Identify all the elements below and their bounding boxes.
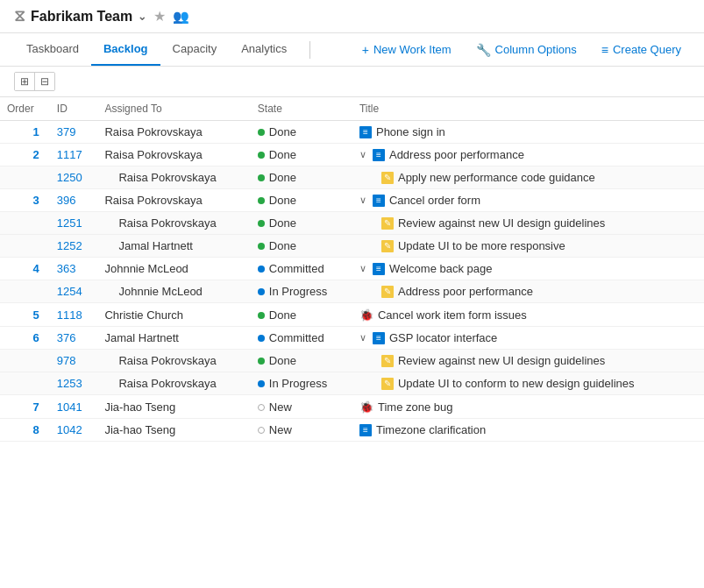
table-row[interactable]: 1251Raisa PokrovskayaDone✎Review against…: [0, 212, 704, 235]
title-link[interactable]: Update UI to be more responsive: [398, 239, 565, 252]
new-work-item-button[interactable]: + New Work Item: [353, 38, 460, 62]
table-row[interactable]: 71041Jia-hao TsengNew🐞Time zone bug: [0, 395, 704, 419]
cell-id[interactable]: 1254: [50, 280, 98, 303]
state-dot-icon: [258, 197, 265, 204]
title-link[interactable]: Review against new UI design guidelines: [398, 216, 605, 230]
title-link[interactable]: Cancel order form: [389, 194, 480, 207]
tab-backlog[interactable]: Backlog: [91, 33, 160, 66]
cell-id[interactable]: 1252: [50, 235, 98, 258]
id-link[interactable]: 1041: [57, 400, 82, 414]
table-row[interactable]: 3396Raisa PokrovskayaDone∨≡Cancel order …: [0, 189, 704, 212]
table-row[interactable]: 978Raisa PokrovskayaDone✎Review against …: [0, 350, 704, 372]
column-options-button[interactable]: 🔧 Column Options: [467, 38, 586, 62]
id-link[interactable]: 1118: [57, 308, 82, 322]
cell-id[interactable]: 363: [50, 258, 98, 280]
table-row[interactable]: 1253Raisa PokrovskayaIn Progress✎Update …: [0, 372, 704, 395]
col-header-title: Title: [352, 97, 704, 121]
expand-all-button[interactable]: ⊞: [15, 73, 34, 90]
expand-chevron-icon[interactable]: ∨: [359, 149, 366, 160]
cell-title: ∨≡GSP locator interface: [352, 327, 704, 350]
state-dot-icon: [258, 358, 265, 365]
expand-chevron-icon[interactable]: ∨: [359, 263, 366, 274]
create-query-button[interactable]: ≡ Create Query: [593, 38, 690, 62]
id-link[interactable]: 1042: [57, 423, 82, 436]
table-row[interactable]: 1250Raisa PokrovskayaDone✎Apply new perf…: [0, 166, 704, 189]
id-link[interactable]: 978: [57, 354, 76, 367]
bug-icon: 🐞: [359, 400, 373, 414]
cell-order: [0, 235, 50, 258]
title-link[interactable]: Cancel work item form issues: [378, 308, 527, 322]
id-link[interactable]: 376: [57, 331, 76, 344]
cell-id[interactable]: 1117: [50, 144, 98, 166]
task-icon: ✎: [381, 217, 394, 230]
cell-id[interactable]: 1118: [50, 303, 98, 327]
expand-chevron-icon[interactable]: ∨: [359, 332, 366, 344]
favorite-star-icon[interactable]: ★: [153, 8, 166, 25]
table-row[interactable]: 6376Jamal HartnettCommitted∨≡GSP locator…: [0, 327, 704, 350]
cell-id[interactable]: 1251: [50, 212, 98, 235]
id-link[interactable]: 1251: [57, 216, 82, 230]
cell-title: ✎Address poor performance: [352, 280, 704, 303]
title-link[interactable]: Address poor performance: [389, 148, 524, 161]
id-link[interactable]: 1252: [57, 239, 82, 252]
id-link[interactable]: 1117: [57, 148, 82, 161]
title-link[interactable]: Welcome back page: [389, 262, 493, 275]
table-row[interactable]: 21117Raisa PokrovskayaDone∨≡Address poor…: [0, 144, 704, 166]
tab-capacity[interactable]: Capacity: [160, 33, 230, 66]
table-row[interactable]: 1254Johnnie McLeodIn Progress✎Address po…: [0, 280, 704, 303]
top-header: ⧖ Fabrikam Team ⌄ ★ 👥: [0, 0, 704, 33]
table-row[interactable]: 1379Raisa PokrovskayaDone≡Phone sign in: [0, 121, 704, 144]
cell-assigned: Raisa Pokrovskaya: [97, 189, 250, 212]
title-link[interactable]: Review against new UI design guidelines: [398, 354, 605, 367]
id-link[interactable]: 379: [57, 125, 76, 138]
cell-assigned: Raisa Pokrovskaya: [97, 166, 250, 189]
col-header-id: ID: [50, 97, 98, 121]
table-row[interactable]: 81042Jia-hao TsengNew≡Timezone clarifica…: [0, 419, 704, 442]
expand-chevron-icon[interactable]: ∨: [359, 195, 366, 206]
team-chevron-icon[interactable]: ⌄: [138, 11, 146, 23]
cell-id[interactable]: 1253: [50, 372, 98, 395]
state-dot-icon: [258, 404, 265, 411]
id-link[interactable]: 396: [57, 194, 76, 207]
table-row[interactable]: 1252Jamal HartnettDone✎Update UI to be m…: [0, 235, 704, 258]
cell-assigned: Raisa Pokrovskaya: [97, 212, 250, 235]
cell-id[interactable]: 1042: [50, 419, 98, 442]
team-members-icon[interactable]: 👥: [173, 9, 189, 25]
cell-assigned: Jamal Hartnett: [97, 235, 250, 258]
cell-order: 3: [0, 189, 50, 212]
cell-id[interactable]: 396: [50, 189, 98, 212]
cell-state: Done: [251, 121, 352, 144]
state-dot-icon: [258, 288, 265, 295]
title-link[interactable]: Update UI to conform to new design guide…: [398, 377, 635, 390]
nav-divider: [309, 41, 310, 59]
cell-id[interactable]: 1250: [50, 166, 98, 189]
column-options-icon: 🔧: [476, 43, 491, 57]
id-link[interactable]: 1253: [57, 377, 82, 390]
create-query-icon: ≡: [601, 43, 608, 57]
id-link[interactable]: 1254: [57, 285, 82, 298]
table-row[interactable]: 4363Johnnie McLeodCommitted∨≡Welcome bac…: [0, 258, 704, 280]
title-link[interactable]: Phone sign in: [376, 125, 445, 138]
id-link[interactable]: 363: [57, 262, 76, 275]
cell-order: [0, 372, 50, 395]
cell-id[interactable]: 1041: [50, 395, 98, 419]
cell-id[interactable]: 978: [50, 350, 98, 372]
cell-assigned: Christie Church: [97, 303, 250, 327]
state-dot-icon: [258, 129, 265, 136]
tab-analytics[interactable]: Analytics: [229, 33, 299, 66]
cell-id[interactable]: 379: [50, 121, 98, 144]
id-link[interactable]: 1250: [57, 171, 82, 184]
cell-order: [0, 212, 50, 235]
tab-taskboard[interactable]: Taskboard: [14, 33, 91, 66]
title-link[interactable]: Timezone clarification: [376, 423, 486, 436]
cell-id[interactable]: 376: [50, 327, 98, 350]
title-link[interactable]: Time zone bug: [378, 400, 453, 414]
collapse-all-button[interactable]: ⊟: [35, 73, 54, 90]
backlog-table-container: Order ID Assigned To State Title 1379Rai…: [0, 97, 704, 442]
table-row[interactable]: 51118Christie ChurchDone🐞Cancel work ite…: [0, 303, 704, 327]
title-link[interactable]: GSP locator interface: [389, 331, 497, 344]
task-icon: ✎: [381, 378, 394, 390]
cell-order: [0, 166, 50, 189]
title-link[interactable]: Apply new performance code guidance: [398, 171, 595, 184]
title-link[interactable]: Address poor performance: [398, 285, 533, 298]
